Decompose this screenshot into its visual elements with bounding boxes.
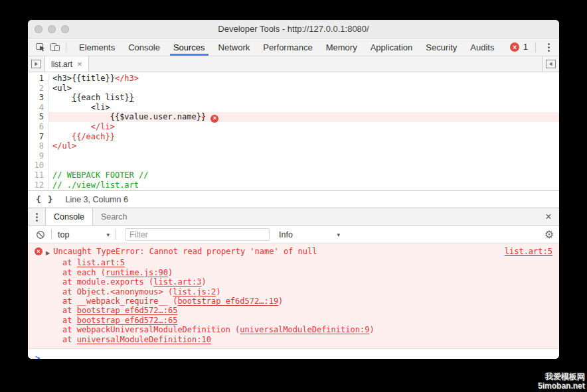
stack-link[interactable]: bootstrap ef6d572…:65	[77, 306, 178, 315]
stack-frame: at Object.<anonymous> (list.js:2)	[35, 287, 552, 296]
zoom-window-button[interactable]	[61, 25, 69, 33]
close-drawer-icon[interactable]: ×	[538, 208, 559, 226]
line-number[interactable]: 11	[28, 170, 49, 180]
watermark-line2: 5imoban.net	[538, 381, 585, 391]
drawer-menu-icon[interactable]	[28, 208, 45, 226]
close-tab-icon[interactable]: ×	[77, 60, 82, 68]
line-number[interactable]: 6	[28, 122, 49, 132]
close-window-button[interactable]	[35, 25, 42, 33]
error-source-link[interactable]: list.art:5	[505, 247, 552, 256]
tab-security[interactable]: Security	[421, 38, 461, 56]
code-editor[interactable]: 1<h3>{{title}}</h3>2<ul>3 {{each list}}4…	[28, 72, 559, 190]
sources-statusbar: { } Line 3, Column 6	[28, 190, 559, 208]
more-options-icon[interactable]	[543, 42, 554, 53]
code-text[interactable]: {{/each}}	[49, 132, 559, 142]
tab-application[interactable]: Application	[366, 38, 418, 56]
code-text[interactable]: // WEBPACK FOOTER //	[49, 170, 559, 180]
line-number[interactable]: 7	[28, 132, 49, 142]
error-main-row: × ▶ Uncaught TypeError: Cannot read prop…	[35, 247, 552, 258]
stack-link[interactable]: runtime.js:90	[106, 268, 168, 277]
traffic-lights	[35, 25, 69, 33]
console-prompt[interactable]: >	[28, 349, 559, 359]
code-line: 1<h3>{{title}}</h3>	[28, 74, 559, 84]
tab-sources[interactable]: Sources	[169, 38, 210, 56]
code-text[interactable]: {{$value.user.name}}ˇ×	[49, 112, 559, 122]
code-text[interactable]: {{each list}}	[49, 93, 559, 103]
expand-stack-icon[interactable]: ▶	[46, 247, 50, 258]
show-debugger-icon[interactable]	[542, 56, 559, 72]
toolbar-divider	[66, 42, 66, 52]
log-level-selector[interactable]: Info ▾	[279, 230, 340, 239]
code-line: 8</ul>	[28, 141, 559, 151]
watermark: 我爱模板网 5imoban.net	[538, 372, 585, 391]
context-selector[interactable]: top ▾	[58, 230, 110, 239]
error-text: Uncaught TypeError: Cannot read property…	[53, 247, 501, 256]
watermark-line1: 我爱模板网	[538, 372, 585, 381]
code-line: 2<ul>	[28, 84, 559, 94]
line-number[interactable]: 1	[28, 74, 49, 84]
tab-performance[interactable]: Performance	[258, 38, 317, 56]
code-text[interactable]: <ul>	[49, 84, 559, 94]
stack-link[interactable]: bootstrap ef6d572…:65	[77, 316, 178, 325]
stack-link[interactable]: list.art:3	[153, 277, 201, 287]
window-titlebar: Developer Tools - http://127.0.0.1:8080/	[28, 20, 559, 38]
code-text[interactable]: // ./view/list.art	[49, 180, 559, 190]
code-line: 11// WEBPACK FOOTER //	[28, 170, 559, 180]
code-line: 7 {{/each}}	[28, 132, 559, 142]
minimize-window-button[interactable]	[48, 25, 56, 33]
stack-link[interactable]: list.art:5	[77, 258, 125, 267]
chevron-down-icon: ▾	[337, 231, 340, 238]
stack-frame: at each (runtime.js:90)	[35, 268, 552, 277]
line-number[interactable]: 2	[28, 84, 49, 94]
error-badge-icon[interactable]: ×	[510, 42, 519, 52]
show-navigator-icon[interactable]	[28, 56, 45, 72]
code-text[interactable]: <h3>{{title}}</h3>	[49, 74, 559, 84]
error-count[interactable]: 1	[523, 42, 528, 52]
clear-console-icon[interactable]	[33, 228, 48, 242]
stack-link[interactable]: list.js:2	[173, 287, 216, 296]
stack-link[interactable]: universalModuleDefinition:9	[240, 325, 369, 334]
line-number[interactable]: 10	[28, 161, 49, 170]
tab-network[interactable]: Network	[214, 38, 255, 56]
code-text[interactable]	[49, 151, 559, 161]
file-tab-list-art[interactable]: list.art ×	[44, 56, 89, 72]
stack-link[interactable]: bootstrap ef6d572…:19	[177, 296, 278, 306]
code-text[interactable]: </ul>	[49, 141, 559, 151]
line-number[interactable]: 8	[28, 141, 49, 151]
tab-memory[interactable]: Memory	[321, 38, 362, 56]
tab-console[interactable]: Console	[124, 38, 165, 56]
code-line: 10	[28, 161, 559, 170]
line-number[interactable]: 9	[28, 151, 49, 161]
toolbar-divider	[116, 229, 116, 239]
console-error-message: × ▶ Uncaught TypeError: Cannot read prop…	[28, 243, 559, 349]
error-caret: ˇ	[201, 116, 205, 125]
tab-elements[interactable]: Elements	[74, 38, 120, 56]
code-text[interactable]	[49, 161, 559, 170]
line-number[interactable]: 5	[28, 112, 49, 122]
tab-search-drawer[interactable]: Search	[93, 208, 135, 226]
tab-console-drawer[interactable]: Console	[45, 208, 93, 226]
stack-frame: at module.exports (list.art:3)	[35, 277, 552, 287]
line-number[interactable]: 3	[28, 93, 49, 103]
device-toolbar-icon[interactable]	[48, 40, 62, 54]
line-number[interactable]: 12	[28, 180, 49, 190]
stack-link[interactable]: universalModuleDefinition:10	[77, 335, 211, 344]
inspect-element-icon[interactable]	[33, 40, 48, 54]
prompt-chevron-icon: >	[35, 354, 40, 359]
sources-file-tabbar: list.art ×	[28, 56, 559, 72]
pretty-print-icon[interactable]: { }	[36, 194, 53, 204]
devtools-tabs: ElementsConsoleSourcesNetworkPerformance…	[72, 38, 501, 56]
stack-frame: at list.art:5	[35, 258, 552, 267]
code-text[interactable]: <li>	[49, 103, 559, 113]
error-icon: ×	[35, 247, 42, 255]
stack-frame: at webpackUniversalModuleDefinition (uni…	[35, 325, 552, 334]
devtools-main-toolbar: ElementsConsoleSourcesNetworkPerformance…	[28, 38, 559, 56]
code-text[interactable]: </li>	[49, 122, 559, 132]
stack-frame: at __webpack_require__ (bootstrap ef6d57…	[35, 296, 552, 306]
toolbar-right-cluster: × 1	[510, 42, 554, 53]
tab-audits[interactable]: Audits	[465, 38, 499, 56]
stack-frame: at bootstrap ef6d572…:65	[35, 306, 552, 315]
settings-gear-icon[interactable]: ⚙	[545, 229, 554, 240]
filter-input[interactable]	[125, 228, 270, 241]
line-number[interactable]: 4	[28, 103, 49, 113]
